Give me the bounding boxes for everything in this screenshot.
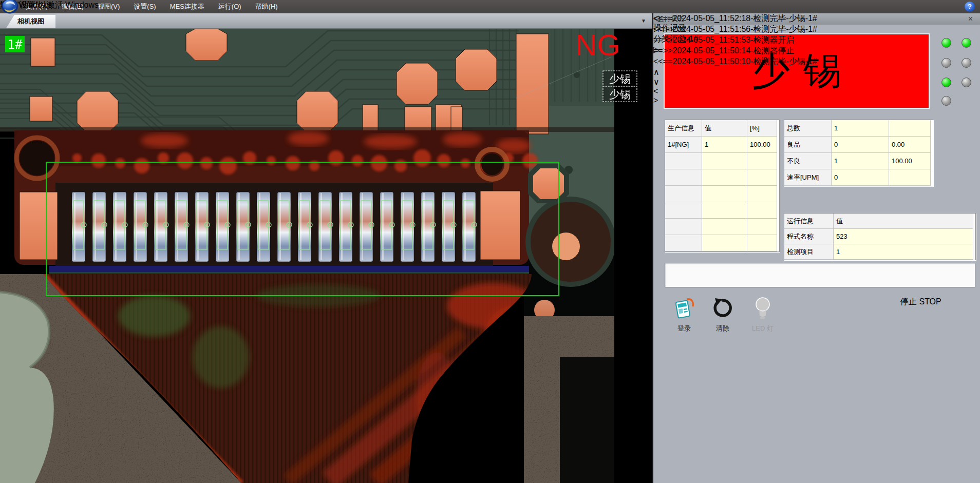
table-cell (747, 235, 777, 252)
log-entry[interactable]: <<==2024-05-05_11:50:10-检测完毕-少锡-1# (653, 56, 817, 67)
stop-label-cn: 停止 (900, 297, 917, 306)
table-cell (665, 169, 702, 186)
login-button[interactable]: 登录 (666, 296, 702, 333)
defect-tag: 少锡 (609, 73, 631, 85)
menu-bar: 文件(F) 编辑(E) 视图(V) 设置(S) MES连接器 运行(O) 帮助(… (0, 0, 980, 13)
table-cell (702, 153, 747, 169)
table-row (665, 219, 779, 235)
table-cell (665, 186, 702, 202)
table-cell: 不良 (784, 153, 832, 169)
table-cell: 良品 (784, 137, 832, 153)
login-label: 登录 (677, 324, 691, 333)
table-cell: 0.00 (889, 137, 931, 153)
led-light-button[interactable]: LED 灯 (745, 296, 781, 333)
table-row (665, 235, 779, 252)
table-cell (747, 186, 777, 202)
scroll-up-icon[interactable]: ∧ (653, 68, 659, 76)
table-row: 程式名称523 (784, 229, 975, 244)
menu-help[interactable]: 帮助(H) (255, 2, 278, 11)
table-cell (702, 186, 747, 202)
stop-button[interactable]: 停止 STOP (900, 297, 976, 340)
app-window: 文件(F) 编辑(E) 视图(V) 设置(S) MES连接器 运行(O) 帮助(… (0, 0, 980, 483)
table-cell: 0 (832, 169, 889, 186)
table-cell: 100.00 (889, 153, 931, 169)
table-cell (702, 219, 747, 235)
clear-button[interactable]: 清除 (705, 296, 741, 333)
table-cell (702, 202, 747, 219)
defect-tag-list: 少锡 少锡 (603, 71, 637, 102)
table-row: 检测项目1 (784, 244, 975, 260)
table-cell: 1 (702, 137, 747, 153)
clear-icon (711, 296, 734, 321)
menu-run[interactable]: 运行(O) (218, 2, 241, 11)
clear-label: 清除 (716, 324, 729, 333)
table-cell (747, 153, 777, 169)
close-icon[interactable]: × (968, 13, 973, 25)
table-cell: 1 (832, 120, 889, 137)
table-header-cell: 生产信息 (665, 120, 702, 137)
scroll-down-icon[interactable]: ∨ (653, 78, 659, 86)
table-row: 不良1100.00 (784, 153, 933, 169)
table-header-cell: 值 (702, 120, 747, 137)
tab-camera-view[interactable]: 相机视图 (6, 15, 55, 28)
scroll-right-icon[interactable]: > (653, 96, 658, 105)
log-entry[interactable]: <<==2024-05-05_11:51:56-检测完毕-少锡-1# (653, 24, 817, 35)
camera-index-label: 1# (8, 37, 23, 52)
status-led-2 (962, 38, 971, 48)
table-cell (747, 169, 777, 186)
table-cell: 523 (834, 229, 973, 244)
menu-view[interactable]: 视图(V) (98, 2, 120, 11)
status-led-4 (962, 58, 971, 68)
horizontal-scrollbar[interactable]: < > (653, 87, 817, 105)
table-cell: 1 (834, 244, 973, 260)
production-table: 生产信息值[%]1#[NG]1100.00 (665, 120, 780, 252)
table-cell: 速率[UPM] (784, 169, 832, 186)
status-led-1 (941, 38, 951, 48)
result-ng-label: NG (576, 29, 620, 62)
table-cell (702, 169, 747, 186)
vertical-scrollbar[interactable]: ∧ ∨ (653, 67, 817, 87)
table-cell (665, 235, 702, 252)
table-header-cell: 值 (834, 214, 973, 229)
menu-mes-connector[interactable]: MES连接器 (170, 2, 204, 11)
camera-image: 1# NG 少锡 少锡 (0, 29, 652, 483)
table-cell: 程式名称 (784, 229, 834, 244)
log-entry[interactable]: ==>>2024-05-05_11:51:53-检测器开启 (653, 35, 817, 46)
message-box[interactable] (665, 263, 975, 287)
table-cell: 100.00 (747, 137, 777, 153)
table-row: 速率[UPM]0 (784, 169, 933, 186)
operation-log-list[interactable]: <<==2024-05-05_11:52:18-检测完毕-少锡-1# <<==2… (653, 13, 817, 105)
badge-icon (672, 296, 696, 321)
help-icon[interactable]: ? (965, 2, 975, 12)
table-cell: 总数 (784, 120, 832, 137)
status-led-6 (962, 78, 971, 87)
table-cell (889, 120, 931, 137)
table-row (665, 186, 779, 202)
table-cell (747, 202, 777, 219)
table-cell (889, 169, 931, 186)
table-row: 总数1 (784, 120, 933, 137)
camera-tab-strip: 相机视图 ▼ (0, 13, 652, 29)
run-status-panel: 运行状态 × 少锡 生产信息值[%]1#[NG]1100.00 总数1良品00.… (653, 13, 980, 483)
table-row (665, 153, 779, 169)
status-led-3 (941, 58, 951, 68)
table-cell (702, 235, 747, 252)
log-entry[interactable]: ==>>2024-05-05_11:50:14-检测器停止 (653, 46, 817, 56)
defect-tag: 少锡 (609, 88, 631, 100)
table-cell (665, 219, 702, 235)
stats-table: 总数1良品00.00不良1100.00速率[UPM]0 (784, 120, 933, 186)
table-cell: 检测项目 (784, 244, 834, 260)
chevron-down-icon[interactable]: ▼ (641, 18, 646, 24)
menu-settings[interactable]: 设置(S) (134, 2, 156, 11)
status-led-5 (941, 78, 951, 87)
log-entry[interactable]: <<==2024-05-05_11:52:18-检测完毕-少锡-1# (653, 13, 817, 24)
led-light-label: LED 灯 (752, 324, 774, 333)
app-logo-icon (1, 0, 18, 15)
table-row (665, 169, 779, 186)
table-cell: 1#[NG] (665, 137, 702, 153)
table-cell: 1 (832, 153, 889, 169)
led-bulb-icon (751, 296, 775, 321)
scroll-left-icon[interactable]: < (653, 87, 658, 95)
table-cell (665, 202, 702, 219)
run-info-table: 运行信息值程式名称523检测项目1 (784, 213, 976, 260)
